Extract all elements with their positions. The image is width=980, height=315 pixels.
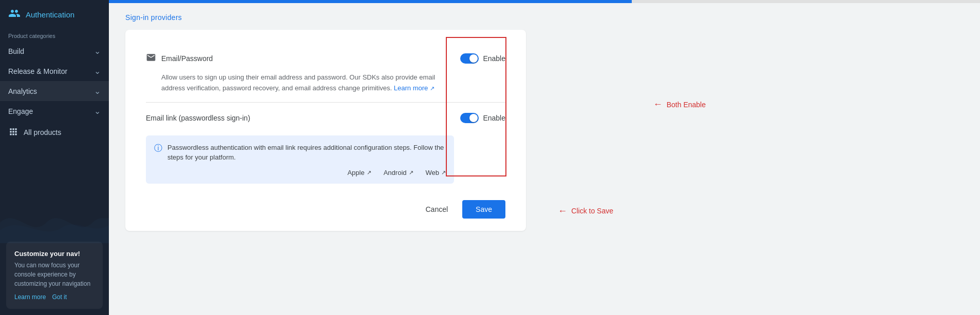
external-link-icon: ↗: [367, 169, 371, 176]
sidebar-header: Authentication: [0, 0, 109, 29]
chevron-down-icon: ⌄: [94, 86, 101, 96]
customize-nav-title: Customize your nav!: [14, 250, 95, 258]
email-link-toggle[interactable]: [460, 113, 479, 123]
email-link-row: Email link (passwordless sign-in) Enable: [146, 107, 505, 129]
apple-link[interactable]: Apple ↗: [347, 169, 371, 176]
save-button[interactable]: Save: [462, 200, 505, 219]
platform-links: Apple ↗ Android ↗ Web ↗: [154, 169, 446, 176]
email-link-toggle-label: Enable: [483, 114, 505, 122]
all-products-label: All products: [24, 128, 61, 136]
email-icon: [146, 52, 156, 64]
info-icon: ⓘ: [154, 143, 162, 154]
sidebar-item-label: Analytics: [8, 87, 37, 95]
web-link[interactable]: Web ↗: [426, 169, 446, 176]
sidebar-item-label: Engage: [8, 107, 33, 115]
email-link-label: Email link (passwordless sign-in): [146, 114, 250, 122]
customize-nav-panel: Customize your nav! You can now focus yo…: [6, 242, 103, 309]
people-icon: [8, 7, 21, 22]
email-password-label: Email/Password: [161, 54, 213, 63]
both-enable-label: Both Enable: [667, 101, 706, 109]
section-title: Sign-in providers: [125, 13, 964, 22]
card-actions: Cancel Save ← Click to Save: [146, 194, 505, 219]
sidebar-item-release-monitor[interactable]: Release & Monitor ⌄: [0, 61, 109, 81]
chevron-down-icon: ⌄: [94, 66, 101, 76]
sidebar-item-build[interactable]: Build ⌄: [0, 41, 109, 61]
both-enable-annotation: ← Both Enable: [653, 99, 706, 110]
sidebar-item-analytics[interactable]: Analytics ⌄: [0, 81, 109, 101]
sidebar: Authentication Product categories Build …: [0, 0, 109, 315]
external-link-icon: ↗: [441, 169, 446, 176]
grid-icon: [8, 126, 18, 138]
customize-nav-text: You can now focus your console experienc…: [14, 261, 95, 288]
main-content: Sign-in providers Email/Password: [109, 0, 980, 315]
decorative-wave: [0, 202, 109, 243]
divider: [146, 102, 505, 103]
sidebar-title: Authentication: [26, 10, 74, 19]
left-arrow-icon: ←: [558, 206, 567, 216]
product-categories-label: Product categories: [0, 29, 109, 41]
external-link-icon: ↗: [409, 169, 413, 176]
email-password-toggle-label: Enable: [483, 54, 505, 63]
click-to-save-annotation: ← Click to Save: [558, 206, 613, 216]
click-to-save-label: Click to Save: [571, 207, 613, 215]
email-password-toggle-container: Enable: [460, 53, 505, 64]
sidebar-all-products[interactable]: All products: [0, 121, 109, 143]
content-area: Sign-in providers Email/Password: [109, 3, 980, 315]
sidebar-item-label: Build: [8, 47, 24, 55]
sidebar-item-label: Release & Monitor: [8, 67, 67, 75]
external-link-icon: ↗: [430, 85, 435, 91]
email-password-row: Email/Password Enable: [146, 46, 505, 70]
sign-in-providers-card: Email/Password Enable Allow users to sig…: [125, 30, 526, 231]
email-password-toggle[interactable]: [460, 53, 479, 64]
chevron-down-icon: ⌄: [94, 46, 101, 56]
customize-nav-links: Learn more Got it: [14, 293, 95, 301]
android-link[interactable]: Android ↗: [384, 169, 413, 176]
sidebar-item-engage[interactable]: Engage ⌄: [0, 101, 109, 121]
learn-more-link[interactable]: Learn more ↗: [394, 84, 435, 92]
cancel-button[interactable]: Cancel: [417, 201, 456, 218]
passwordless-info-text: Passwordless authentication with email l…: [167, 143, 446, 163]
passwordless-info-box: ⓘ Passwordless authentication with email…: [146, 135, 454, 184]
left-arrow-icon: ←: [653, 99, 663, 110]
learn-more-link[interactable]: Learn more: [14, 293, 46, 301]
got-it-link[interactable]: Got it: [52, 293, 67, 301]
email-password-description: Allow users to sign up using their email…: [161, 72, 449, 94]
email-link-toggle-container: Enable: [460, 113, 505, 123]
chevron-down-icon: ⌄: [94, 106, 101, 116]
